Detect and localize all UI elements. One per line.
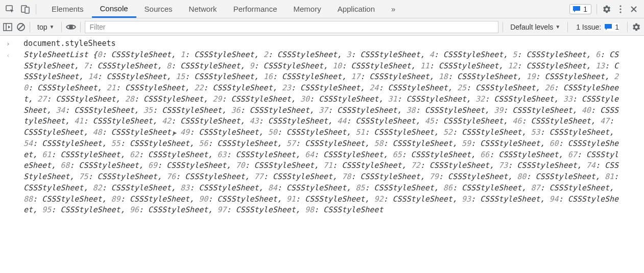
filter-input[interactable] [85, 21, 498, 33]
issues-label: 1 Issue: [576, 23, 601, 31]
divider [36, 4, 36, 14]
tab-sources[interactable]: Sources [136, 0, 181, 18]
console-settings-icon[interactable] [632, 22, 641, 32]
console-output: › document.styleSheets ‹ StyleSheetList … [0, 36, 644, 273]
sidebar-toggle-icon[interactable] [3, 23, 12, 31]
chevron-down-icon: ▼ [49, 24, 54, 30]
devtools-tabbar: Elements Console Sources Network Perform… [0, 0, 644, 18]
close-icon[interactable] [630, 5, 638, 13]
command-text[interactable]: document.styleSheets [23, 38, 116, 49]
divider [567, 22, 568, 32]
messages-count: 1 [583, 5, 587, 13]
issues-badge: 1 [604, 23, 619, 31]
tab-memory[interactable]: Memory [285, 0, 329, 18]
messages-badge[interactable]: 1 [569, 4, 591, 14]
divider [597, 4, 597, 14]
tab-console[interactable]: Console [92, 0, 136, 18]
chevron-down-icon: ▼ [555, 24, 560, 30]
svg-point-4 [619, 8, 621, 10]
svg-rect-2 [25, 7, 29, 13]
log-levels-selector[interactable]: Default levels ▼ [507, 23, 563, 31]
divider [61, 22, 62, 32]
svg-point-3 [619, 5, 621, 7]
context-label: top [37, 23, 47, 31]
divider [627, 22, 628, 32]
settings-icon[interactable] [602, 5, 611, 14]
clear-console-icon[interactable] [16, 22, 26, 32]
divider [503, 22, 503, 32]
tabbar-right: 1 [569, 4, 641, 14]
tab-performance[interactable]: Performance [225, 0, 285, 18]
svg-point-11 [69, 26, 73, 29]
tab-application[interactable]: Application [329, 0, 383, 18]
svg-point-5 [619, 11, 621, 13]
kebab-menu-icon[interactable] [616, 5, 625, 14]
tab-overflow[interactable]: » [383, 0, 403, 18]
svg-rect-6 [4, 23, 12, 31]
issues-count: 1 [615, 23, 619, 31]
console-result-row: ‹ StyleSheetList {0: CSSStyleSheet, 1: C… [0, 49, 644, 216]
svg-line-10 [18, 24, 23, 30]
live-expression-icon[interactable] [66, 23, 76, 31]
device-toggle-icon[interactable] [20, 4, 31, 14]
divider [80, 22, 81, 32]
svg-marker-8 [8, 26, 10, 29]
tabbar-left-icons [3, 4, 36, 14]
tab-elements[interactable]: Elements [43, 0, 92, 18]
return-icon: ‹ [0, 49, 23, 61]
inspect-element-icon[interactable] [5, 4, 15, 14]
context-selector[interactable]: top ▼ [34, 22, 57, 32]
result-object[interactable]: StyleSheetList {0: CSSStyleSheet, 1: CSS… [23, 49, 631, 216]
console-input-row: › document.styleSheets [0, 38, 644, 49]
divider [30, 22, 30, 32]
prompt-icon: › [0, 38, 23, 49]
console-toolbar: top ▼ Default levels ▼ 1 Issue: 1 [0, 18, 644, 36]
tab-network[interactable]: Network [181, 0, 225, 18]
issues-link[interactable]: 1 Issue: 1 [572, 23, 623, 31]
panel-tabs: Elements Console Sources Network Perform… [43, 0, 403, 18]
levels-label: Default levels [510, 23, 553, 31]
